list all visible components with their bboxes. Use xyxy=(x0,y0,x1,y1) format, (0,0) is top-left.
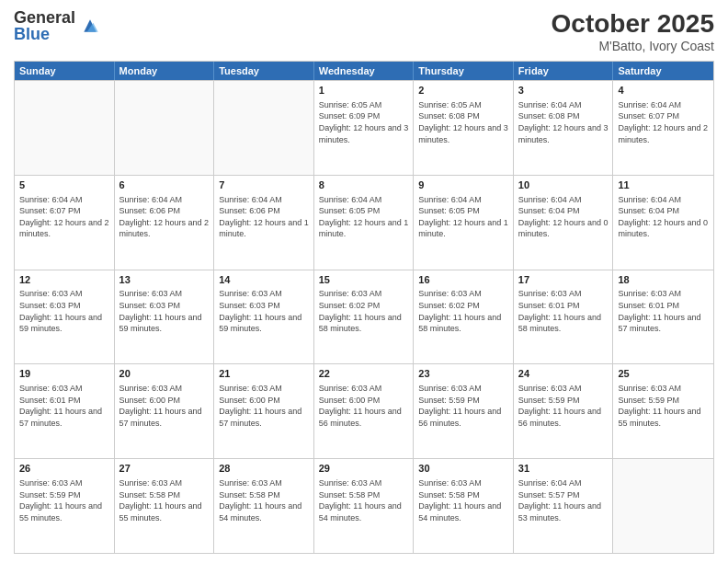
cell-date: 3 xyxy=(518,84,609,98)
calendar-cell: 26Sunrise: 6:03 AM Sunset: 5:59 PM Dayli… xyxy=(15,459,115,553)
cell-info: Sunrise: 6:03 AM Sunset: 6:03 PM Dayligh… xyxy=(19,288,109,334)
calendar-cell: 30Sunrise: 6:03 AM Sunset: 5:58 PM Dayli… xyxy=(414,459,514,553)
cell-date: 23 xyxy=(418,367,508,381)
cell-date: 15 xyxy=(319,273,409,287)
day-header-sunday: Sunday xyxy=(15,62,115,80)
calendar: SundayMondayTuesdayWednesdayThursdayFrid… xyxy=(14,61,714,554)
logo-icon xyxy=(81,17,99,35)
cell-info: Sunrise: 6:03 AM Sunset: 5:58 PM Dayligh… xyxy=(219,477,309,523)
calendar-row-3: 12Sunrise: 6:03 AM Sunset: 6:03 PM Dayli… xyxy=(15,270,713,364)
calendar-cell: 29Sunrise: 6:03 AM Sunset: 5:58 PM Dayli… xyxy=(314,459,415,553)
calendar-cell: 15Sunrise: 6:03 AM Sunset: 6:02 PM Dayli… xyxy=(314,270,415,364)
calendar-cell: 1Sunrise: 6:05 AM Sunset: 6:09 PM Daylig… xyxy=(314,81,415,175)
cell-info: Sunrise: 6:04 AM Sunset: 6:06 PM Dayligh… xyxy=(219,194,309,240)
cell-date: 21 xyxy=(219,367,309,381)
cell-date: 31 xyxy=(518,462,609,476)
calendar-cell: 14Sunrise: 6:03 AM Sunset: 6:03 PM Dayli… xyxy=(214,270,314,364)
cell-date: 20 xyxy=(119,367,210,381)
calendar-cell: 23Sunrise: 6:03 AM Sunset: 5:59 PM Dayli… xyxy=(414,364,514,458)
cell-date: 22 xyxy=(319,367,409,381)
cell-info: Sunrise: 6:04 AM Sunset: 6:06 PM Dayligh… xyxy=(119,194,210,240)
calendar-cell: 28Sunrise: 6:03 AM Sunset: 5:58 PM Dayli… xyxy=(214,459,314,553)
cell-date: 8 xyxy=(319,178,409,192)
logo-blue: Blue xyxy=(14,26,75,42)
cell-info: Sunrise: 6:03 AM Sunset: 6:00 PM Dayligh… xyxy=(119,383,210,429)
month-title: October 2025 xyxy=(552,9,714,39)
calendar-cell: 17Sunrise: 6:03 AM Sunset: 6:01 PM Dayli… xyxy=(514,270,614,364)
cell-info: Sunrise: 6:03 AM Sunset: 6:03 PM Dayligh… xyxy=(219,288,309,334)
cell-info: Sunrise: 6:04 AM Sunset: 5:57 PM Dayligh… xyxy=(518,477,609,523)
calendar-cell: 4Sunrise: 6:04 AM Sunset: 6:07 PM Daylig… xyxy=(613,81,713,175)
cell-date: 5 xyxy=(19,178,109,192)
cell-date: 24 xyxy=(518,367,609,381)
cell-info: Sunrise: 6:03 AM Sunset: 5:59 PM Dayligh… xyxy=(418,383,508,429)
cell-date: 13 xyxy=(119,273,210,287)
cell-date: 16 xyxy=(418,273,508,287)
cell-date: 26 xyxy=(19,462,109,476)
calendar-cell xyxy=(214,81,314,175)
calendar-cell xyxy=(115,81,215,175)
calendar-cell: 22Sunrise: 6:03 AM Sunset: 6:00 PM Dayli… xyxy=(314,364,415,458)
calendar-body: 1Sunrise: 6:05 AM Sunset: 6:09 PM Daylig… xyxy=(15,80,713,553)
cell-date: 28 xyxy=(219,462,309,476)
logo-text: General Blue xyxy=(14,9,75,42)
cell-info: Sunrise: 6:03 AM Sunset: 6:02 PM Dayligh… xyxy=(418,288,508,334)
cell-date: 17 xyxy=(518,273,609,287)
day-header-thursday: Thursday xyxy=(414,62,514,80)
calendar-page: General Blue October 2025 M'Batto, Ivory… xyxy=(0,0,728,563)
cell-info: Sunrise: 6:04 AM Sunset: 6:05 PM Dayligh… xyxy=(319,194,409,240)
calendar-cell: 3Sunrise: 6:04 AM Sunset: 6:08 PM Daylig… xyxy=(514,81,614,175)
calendar-row-1: 1Sunrise: 6:05 AM Sunset: 6:09 PM Daylig… xyxy=(15,80,713,175)
cell-info: Sunrise: 6:05 AM Sunset: 6:09 PM Dayligh… xyxy=(319,99,409,145)
calendar-cell: 20Sunrise: 6:03 AM Sunset: 6:00 PM Dayli… xyxy=(115,364,215,458)
cell-date: 30 xyxy=(418,462,508,476)
calendar-cell: 11Sunrise: 6:04 AM Sunset: 6:04 PM Dayli… xyxy=(613,176,713,270)
day-header-monday: Monday xyxy=(115,62,215,80)
cell-info: Sunrise: 6:04 AM Sunset: 6:05 PM Dayligh… xyxy=(418,194,508,240)
cell-date: 11 xyxy=(618,178,709,192)
logo: General Blue xyxy=(14,9,99,42)
calendar-row-2: 5Sunrise: 6:04 AM Sunset: 6:07 PM Daylig… xyxy=(15,175,713,270)
cell-info: Sunrise: 6:03 AM Sunset: 5:58 PM Dayligh… xyxy=(119,477,210,523)
title-section: October 2025 M'Batto, Ivory Coast xyxy=(552,9,714,53)
cell-info: Sunrise: 6:03 AM Sunset: 6:03 PM Dayligh… xyxy=(119,288,210,334)
cell-info: Sunrise: 6:04 AM Sunset: 6:07 PM Dayligh… xyxy=(618,99,709,145)
cell-info: Sunrise: 6:04 AM Sunset: 6:07 PM Dayligh… xyxy=(19,194,109,240)
calendar-cell: 19Sunrise: 6:03 AM Sunset: 6:01 PM Dayli… xyxy=(15,364,115,458)
cell-info: Sunrise: 6:03 AM Sunset: 6:01 PM Dayligh… xyxy=(19,383,109,429)
calendar-cell: 10Sunrise: 6:04 AM Sunset: 6:04 PM Dayli… xyxy=(514,176,614,270)
calendar-cell: 13Sunrise: 6:03 AM Sunset: 6:03 PM Dayli… xyxy=(115,270,215,364)
calendar-header: SundayMondayTuesdayWednesdayThursdayFrid… xyxy=(15,62,713,80)
cell-info: Sunrise: 6:03 AM Sunset: 6:00 PM Dayligh… xyxy=(219,383,309,429)
cell-date: 29 xyxy=(319,462,409,476)
cell-date: 1 xyxy=(319,84,409,98)
calendar-cell: 5Sunrise: 6:04 AM Sunset: 6:07 PM Daylig… xyxy=(15,176,115,270)
cell-info: Sunrise: 6:03 AM Sunset: 6:00 PM Dayligh… xyxy=(319,383,409,429)
location: M'Batto, Ivory Coast xyxy=(552,39,714,53)
cell-date: 14 xyxy=(219,273,309,287)
calendar-cell: 6Sunrise: 6:04 AM Sunset: 6:06 PM Daylig… xyxy=(115,176,215,270)
calendar-cell: 31Sunrise: 6:04 AM Sunset: 5:57 PM Dayli… xyxy=(514,459,614,553)
cell-date: 6 xyxy=(119,178,210,192)
header: General Blue October 2025 M'Batto, Ivory… xyxy=(14,9,714,53)
day-header-tuesday: Tuesday xyxy=(214,62,314,80)
cell-date: 7 xyxy=(219,178,309,192)
cell-info: Sunrise: 6:03 AM Sunset: 5:59 PM Dayligh… xyxy=(518,383,609,429)
cell-date: 2 xyxy=(418,84,508,98)
cell-info: Sunrise: 6:04 AM Sunset: 6:04 PM Dayligh… xyxy=(518,194,609,240)
calendar-cell: 18Sunrise: 6:03 AM Sunset: 6:01 PM Dayli… xyxy=(613,270,713,364)
calendar-cell xyxy=(15,81,115,175)
calendar-cell: 8Sunrise: 6:04 AM Sunset: 6:05 PM Daylig… xyxy=(314,176,415,270)
cell-info: Sunrise: 6:04 AM Sunset: 6:04 PM Dayligh… xyxy=(618,194,709,240)
calendar-cell: 12Sunrise: 6:03 AM Sunset: 6:03 PM Dayli… xyxy=(15,270,115,364)
calendar-cell: 9Sunrise: 6:04 AM Sunset: 6:05 PM Daylig… xyxy=(414,176,514,270)
cell-info: Sunrise: 6:05 AM Sunset: 6:08 PM Dayligh… xyxy=(418,99,508,145)
cell-date: 19 xyxy=(19,367,109,381)
cell-date: 9 xyxy=(418,178,508,192)
calendar-cell: 24Sunrise: 6:03 AM Sunset: 5:59 PM Dayli… xyxy=(514,364,614,458)
cell-date: 4 xyxy=(618,84,709,98)
cell-info: Sunrise: 6:03 AM Sunset: 6:01 PM Dayligh… xyxy=(618,288,709,334)
cell-info: Sunrise: 6:03 AM Sunset: 5:58 PM Dayligh… xyxy=(418,477,508,523)
calendar-cell: 21Sunrise: 6:03 AM Sunset: 6:00 PM Dayli… xyxy=(214,364,314,458)
cell-date: 12 xyxy=(19,273,109,287)
